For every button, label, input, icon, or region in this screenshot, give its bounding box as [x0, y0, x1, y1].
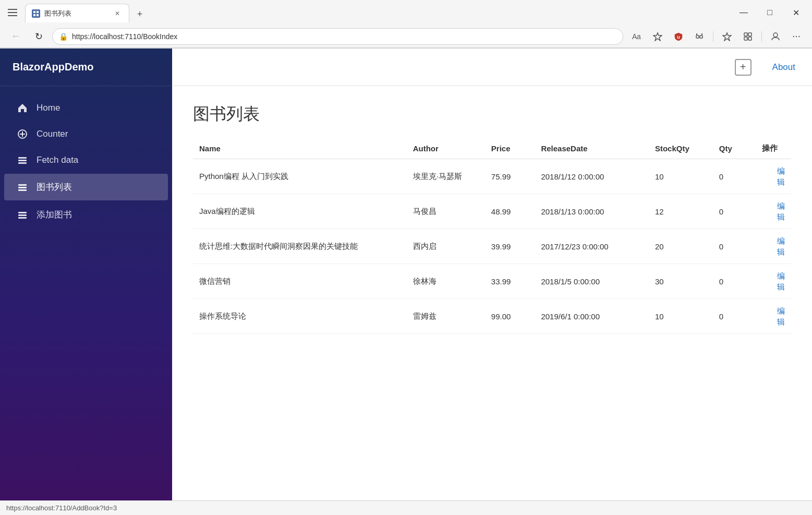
cell-action-3: 编辑 [756, 264, 791, 299]
app-container: BlazorAppDemo Home Count [0, 49, 812, 515]
new-tab-button[interactable]: + [131, 6, 148, 22]
sidebar-toggle-button[interactable] [4, 4, 21, 21]
tabs-bar: 图书列表 ✕ + [21, 3, 148, 22]
maximize-button[interactable]: □ [758, 4, 782, 21]
booklist-icon [17, 182, 28, 193]
cell-author-2: 西内启 [407, 229, 485, 264]
counter-icon [17, 129, 28, 139]
cell-stock-1: 12 [649, 194, 713, 229]
table-header-row: Name Author Price ReleaseDate StockQty Q… [193, 138, 791, 159]
cell-price-1: 48.99 [485, 194, 535, 229]
collections-button[interactable] [738, 27, 757, 46]
tab-title: 图书列表 [44, 9, 108, 18]
browser-chrome: 图书列表 ✕ + — □ ✕ ← ↻ 🔒 https://localhost:7… [0, 0, 812, 49]
edit-link-1[interactable]: 编辑 [762, 200, 785, 222]
cell-author-0: 埃里克·马瑟斯 [407, 159, 485, 194]
edit-link-2[interactable]: 编辑 [762, 235, 785, 257]
sidebar-item-booklist[interactable]: 图书列表 [4, 174, 168, 200]
top-nav-add-button[interactable]: + [735, 59, 752, 76]
table-row: 微信营销 徐林海 33.99 2018/1/5 0:00:00 30 0 编辑 [193, 264, 791, 299]
svg-rect-11 [696, 35, 699, 38]
sidebar-item-counter[interactable]: Counter [4, 122, 168, 147]
table-row: Python编程 从入门到实践 埃里克·马瑟斯 75.99 2018/1/12 … [193, 159, 791, 194]
read-aloud-button[interactable]: A a [627, 27, 646, 46]
svg-rect-2 [8, 15, 17, 16]
status-url: https://localhost:7110/AddBook?Id=3 [6, 504, 117, 512]
cell-qty-2: 0 [713, 229, 756, 264]
svg-rect-17 [748, 33, 752, 36]
cell-date-4: 2019/6/1 0:00:00 [535, 299, 648, 334]
header-action: 操作 [756, 138, 791, 159]
svg-rect-31 [18, 214, 27, 216]
sidebar-item-fetchdata-label: Fetch data [37, 155, 78, 165]
cell-date-0: 2018/1/12 0:00:00 [535, 159, 648, 194]
cell-price-2: 39.99 [485, 229, 535, 264]
tab-close-button[interactable]: ✕ [112, 8, 123, 19]
sidebar-item-counter-label: Counter [37, 129, 68, 139]
edit-link-3[interactable]: 编辑 [762, 270, 785, 292]
cell-date-2: 2017/12/23 0:00:00 [535, 229, 648, 264]
cell-qty-0: 0 [713, 159, 756, 194]
toolbar-divider2 [761, 31, 762, 42]
table-row: 操作系统导论 雷姆兹 99.00 2019/6/1 0:00:00 10 0 编… [193, 299, 791, 334]
header-stockqty: StockQty [649, 138, 713, 159]
cell-price-4: 99.00 [485, 299, 535, 334]
svg-rect-0 [8, 9, 17, 10]
cell-qty-4: 0 [713, 299, 756, 334]
svg-rect-14 [701, 33, 702, 35]
top-nav: + About [172, 49, 812, 86]
cell-author-1: 马俊昌 [407, 194, 485, 229]
status-bar: https://localhost:7110/AddBook?Id=3 [0, 500, 812, 515]
address-text: https://localhost:7110/BookIndex [72, 32, 616, 41]
cell-date-3: 2018/1/5 0:00:00 [535, 264, 648, 299]
toolbar-divider [713, 31, 713, 42]
sidebar-item-fetchdata[interactable]: Fetch data [4, 148, 168, 173]
sidebar-brand: BlazorAppDemo [0, 49, 172, 86]
svg-marker-9 [653, 33, 662, 41]
address-bar[interactable]: 🔒 https://localhost:7110/BookIndex [52, 28, 623, 45]
svg-rect-4 [37, 11, 39, 13]
cell-stock-4: 10 [649, 299, 713, 334]
profile-button[interactable] [766, 27, 785, 46]
edit-link-0[interactable]: 编辑 [762, 165, 785, 187]
shield-icon-btn[interactable]: u [669, 27, 688, 46]
svg-text:a: a [637, 32, 641, 41]
svg-rect-25 [18, 160, 27, 161]
svg-rect-5 [33, 14, 35, 16]
favorites-button[interactable] [718, 27, 736, 46]
tab-favicon [32, 9, 40, 18]
minimize-button[interactable]: — [732, 4, 756, 21]
about-link[interactable]: About [772, 62, 795, 73]
cell-price-0: 75.99 [485, 159, 535, 194]
cell-action-2: 编辑 [756, 229, 791, 264]
sidebar-item-home[interactable]: Home [4, 95, 168, 121]
svg-marker-15 [723, 33, 731, 41]
sidebar-item-addbook-label: 添加图书 [37, 209, 72, 221]
svg-rect-1 [8, 12, 17, 13]
close-button[interactable]: ✕ [784, 4, 808, 21]
title-bar-left [4, 4, 21, 21]
svg-text:u: u [677, 34, 680, 40]
cell-qty-3: 0 [713, 264, 756, 299]
table-row: Java编程的逻辑 马俊昌 48.99 2018/1/13 0:00:00 12… [193, 194, 791, 229]
back-button[interactable]: ← [6, 27, 25, 46]
cell-stock-3: 30 [649, 264, 713, 299]
browser-toolbar: ← ↻ 🔒 https://localhost:7110/BookIndex A… [0, 25, 812, 48]
sidebar-item-addbook[interactable]: 添加图书 [4, 201, 168, 228]
svg-point-20 [773, 33, 778, 37]
cell-date-1: 2018/1/13 0:00:00 [535, 194, 648, 229]
active-tab[interactable]: 图书列表 ✕ [25, 4, 129, 22]
cell-name-3: 微信营销 [193, 264, 407, 299]
title-bar: 图书列表 ✕ + — □ ✕ [0, 0, 812, 25]
extensions-button[interactable] [690, 27, 709, 46]
cell-stock-0: 10 [649, 159, 713, 194]
cell-author-4: 雷姆兹 [407, 299, 485, 334]
reload-button[interactable]: ↻ [29, 27, 48, 46]
svg-rect-12 [700, 35, 702, 38]
cell-name-0: Python编程 从入门到实践 [193, 159, 407, 194]
more-button[interactable]: ⋯ [787, 27, 806, 46]
favorites-add-button[interactable] [648, 27, 667, 46]
svg-rect-32 [18, 217, 27, 219]
header-author: Author [407, 138, 485, 159]
edit-link-4[interactable]: 编辑 [762, 305, 785, 327]
